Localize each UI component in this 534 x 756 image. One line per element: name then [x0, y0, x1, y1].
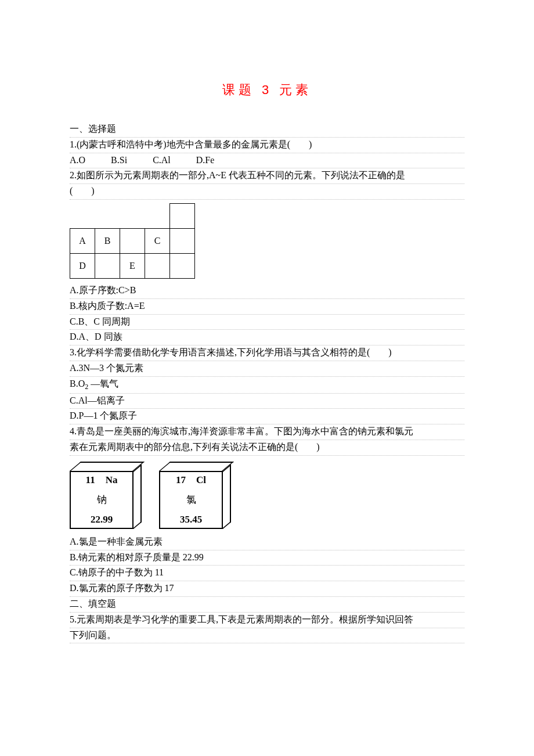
q3-opt-b-pre: B.O [70, 379, 85, 388]
q4-stem-line2: 素在元素周期表中的部分信息,下列有关说法不正确的是( ) [70, 440, 464, 456]
q3-opt-b: B.O2 —氧气 [70, 377, 464, 394]
q4-na-name: 钠 [97, 493, 107, 506]
q1-opt-b: B.Si [111, 153, 127, 168]
q1-opt-a: A.O [70, 153, 85, 168]
q2-cell-empty-3 [95, 253, 120, 278]
q4-card-na: 11 Na 钠 22.99 [70, 462, 145, 530]
q5-stem-line1: 5.元素周期表是学习化学的重要工具,下表是元素周期表的一部分。根据所学知识回答 [70, 613, 464, 628]
q1-opt-c: C.Al [153, 153, 171, 168]
q2-cell-empty-4 [145, 253, 170, 278]
q3-stem: 3.化学科学需要借助化学专用语言来描述,下列化学用语与其含义相符的是( ) [70, 345, 464, 361]
q4-cl-symbol: Cl [196, 474, 206, 486]
q4-element-cards: 11 Na 钠 22.99 17 Cl 氯 35.45 [70, 462, 464, 530]
q2-stem-line1: 2.如图所示为元素周期表的一部分,A~E 代表五种不同的元素。下列说法不正确的是 [70, 168, 464, 184]
q2-cell-empty-top [170, 203, 195, 228]
q1-opt-d: D.Fe [196, 153, 215, 168]
q5-stem-line2: 下列问题。 [70, 628, 464, 644]
q2-periodic-table-figure: A B C D E [70, 203, 464, 279]
q4-stem-line1: 4.青岛是一座美丽的海滨城市,海洋资源非常丰富。下图为海水中富含的钠元素和氯元 [70, 424, 464, 440]
q4-cl-name: 氯 [186, 493, 196, 506]
q3-opt-c: C.Al—铝离子 [70, 394, 464, 409]
q4-na-symbol: Na [106, 474, 118, 486]
q4-opt-c: C.钠原子的中子数为 11 [70, 566, 464, 581]
q2-opt-a: A.原子序数:C>B [70, 283, 464, 299]
q4-na-number: 11 [86, 474, 95, 486]
page-title: 课题 3 元素 [70, 81, 464, 99]
q1-stem: 1.(内蒙古呼和浩特中考)地壳中含量最多的金属元素是( ) [70, 138, 464, 153]
q4-opt-b: B.钠元素的相对原子质量是 22.99 [70, 550, 464, 566]
q2-cell-empty-2 [170, 228, 195, 253]
q3-opt-a: A.3N—3 个氮元素 [70, 361, 464, 377]
q2-stem-line2: ( ) [70, 184, 464, 200]
q2-cell-empty-5 [170, 253, 195, 278]
q2-cell-empty-1 [120, 228, 145, 253]
q2-cell-e: E [120, 253, 145, 278]
q4-opt-d: D.氯元素的原子序数为 17 [70, 581, 464, 597]
q2-opt-c: C.B、C 同周期 [70, 315, 464, 330]
q2-cell-c: C [145, 228, 170, 253]
q2-cell-a: A [70, 228, 95, 253]
q4-na-mass: 22.99 [91, 514, 113, 525]
q4-opt-a: A.氯是一种非金属元素 [70, 535, 464, 550]
q3-opt-d: D.P—1 个氮原子 [70, 409, 464, 424]
q1-options: A.O B.Si C.Al D.Fe [70, 153, 464, 169]
q2-opt-d: D.A、D 同族 [70, 330, 464, 345]
q4-card-cl: 17 Cl 氯 35.45 [159, 462, 234, 530]
q3-opt-b-post: —氧气 [88, 379, 118, 388]
section-heading-1: 一、选择题 [70, 122, 464, 138]
q4-cl-number: 17 [176, 474, 186, 486]
q4-cl-mass: 35.45 [180, 514, 202, 525]
q2-cell-d: D [70, 253, 95, 278]
q2-opt-b: B.核内质子数:A=E [70, 299, 464, 315]
section-heading-2: 二、填空题 [70, 597, 464, 613]
q2-cell-b: B [95, 228, 120, 253]
